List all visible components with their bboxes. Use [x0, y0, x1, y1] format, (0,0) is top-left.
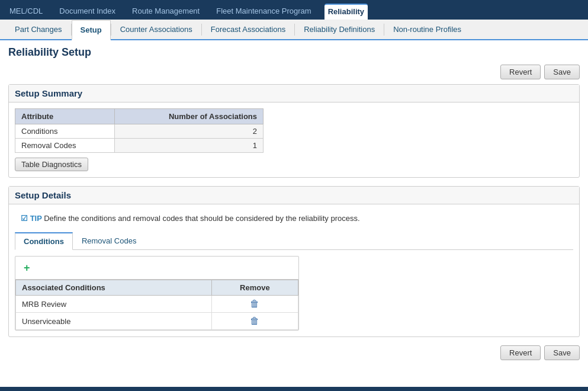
summary-attribute-removalcodes: Removal Codes: [15, 139, 115, 153]
setup-details-body: ☑ TIP Define the conditions and removal …: [9, 204, 579, 336]
conditions-col-remove: Remove: [211, 280, 298, 296]
revert-button-bottom[interactable]: Revert: [500, 345, 541, 360]
save-button-bottom[interactable]: Save: [544, 345, 580, 360]
summary-count-conditions: 2: [114, 124, 263, 139]
top-nav-item-melcdl[interactable]: MEL/CDL: [6, 4, 46, 19]
top-navigation: MEL/CDL Document Index Route Management …: [0, 0, 588, 20]
add-row-toolbar: +: [15, 257, 298, 280]
summary-row-conditions: Conditions 2: [15, 124, 264, 139]
condition-name-mrbreview: MRB Review: [16, 296, 212, 313]
top-nav-item-docindex[interactable]: Document Index: [56, 4, 119, 19]
footer: Copyright (c) 1998, 2019, Oracle and/or …: [0, 387, 588, 391]
condition-row-unserviceable: Unserviceable 🗑: [16, 313, 298, 330]
summary-col-attribute: Attribute: [15, 109, 115, 124]
sub-nav-item-setup[interactable]: Setup: [72, 20, 111, 40]
table-diagnostics-button[interactable]: Table Diagnostics: [15, 158, 88, 171]
setup-details-section: Setup Details ☑ TIP Define the condition…: [8, 186, 580, 337]
summary-attribute-conditions: Conditions: [15, 124, 115, 139]
inner-tabs: Conditions Removal Codes: [15, 232, 573, 250]
setup-summary-body: Attribute Number of Associations Conditi…: [9, 102, 579, 177]
summary-table: Attribute Number of Associations Conditi…: [15, 108, 264, 153]
tip-label: TIP: [30, 214, 44, 223]
page-content: Reliability Setup Revert Save Setup Summ…: [0, 40, 588, 371]
top-nav-item-reliability[interactable]: Reliability: [324, 4, 368, 20]
condition-remove-mrbreview[interactable]: 🗑: [211, 296, 298, 313]
inner-tab-removalcodes[interactable]: Removal Codes: [73, 232, 146, 249]
save-button-top[interactable]: Save: [544, 65, 580, 79]
delete-icon-unserviceable[interactable]: 🗑: [250, 316, 259, 326]
delete-icon-mrbreview[interactable]: 🗑: [250, 299, 259, 309]
sub-nav-item-nonroutine[interactable]: Non-routine Profiles: [384, 20, 470, 39]
condition-row-mrbreviw: MRB Review 🗑: [16, 296, 298, 313]
top-toolbar: Revert Save: [8, 65, 580, 79]
summary-col-count: Number of Associations: [114, 109, 263, 124]
summary-row-removalcodes: Removal Codes 1: [15, 139, 264, 153]
tip-icon: ☑: [21, 214, 28, 223]
conditions-area: + Associated Conditions Remove MRB Revie…: [15, 256, 299, 331]
condition-remove-unserviceable[interactable]: 🗑: [211, 313, 298, 330]
conditions-col-name: Associated Conditions: [16, 280, 212, 296]
sub-nav-item-counterassoc[interactable]: Counter Associations: [111, 20, 201, 39]
inner-tab-conditions[interactable]: Conditions: [15, 232, 73, 250]
conditions-table: Associated Conditions Remove MRB Review …: [15, 280, 298, 330]
revert-button-top[interactable]: Revert: [500, 65, 541, 79]
sub-nav-item-reliabledefs[interactable]: Reliability Definitions: [295, 20, 384, 39]
sub-nav-item-partchanges[interactable]: Part Changes: [6, 20, 71, 39]
tip-area: ☑ TIP Define the conditions and removal …: [15, 210, 573, 226]
top-nav-item-routemgmt[interactable]: Route Management: [128, 4, 203, 19]
setup-details-header: Setup Details: [9, 187, 579, 204]
sub-navigation: Part Changes Setup Counter Associations …: [0, 20, 588, 40]
setup-summary-section: Setup Summary Attribute Number of Associ…: [8, 84, 580, 178]
condition-name-unserviceable: Unserviceable: [16, 313, 212, 330]
tip-text: Define the conditions and removal codes …: [44, 214, 359, 223]
summary-count-removalcodes: 1: [114, 139, 263, 153]
top-nav-item-fleetmaint[interactable]: Fleet Maintenance Program: [213, 4, 314, 19]
sub-nav-item-forecastassoc[interactable]: Forecast Associations: [202, 20, 294, 39]
main-area: Part Changes Setup Counter Associations …: [0, 20, 588, 387]
bottom-toolbar: Revert Save: [8, 345, 580, 360]
setup-summary-header: Setup Summary: [9, 85, 579, 102]
add-condition-button[interactable]: +: [19, 259, 35, 277]
page-title: Reliability Setup: [8, 46, 580, 59]
